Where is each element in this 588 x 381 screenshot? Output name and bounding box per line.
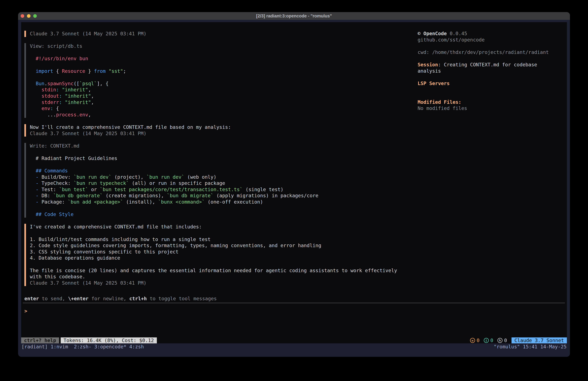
prompt-caret: > bbox=[24, 308, 27, 314]
chat-line bbox=[30, 230, 413, 236]
message-header-block: Claude 3.7 Sonnet (14 May 2025 03:41 PM) bbox=[24, 31, 413, 37]
chat-line bbox=[30, 49, 413, 56]
h-circle-icon: h bbox=[498, 338, 503, 343]
sidebar-line bbox=[418, 93, 570, 99]
diagnostic-i-count: i0 bbox=[484, 337, 493, 343]
chat-line: ## Commands bbox=[30, 168, 413, 174]
assistant-summary-block: I've created a comprehensive CONTEXT.md … bbox=[24, 224, 413, 286]
chat-line: with this codebase. bbox=[30, 274, 413, 280]
chat-line: Claude 3.7 Sonnet (14 May 2025 03:41 PM) bbox=[30, 280, 413, 286]
chat-line: stderr: "inherit", bbox=[30, 99, 413, 106]
terminal-content: Claude 3.7 Sonnet (14 May 2025 03:41 PM)… bbox=[21, 22, 567, 343]
statusbar-spacer bbox=[157, 337, 470, 343]
chat-line: - Build/Dev: `bun run dev` (project), `b… bbox=[30, 174, 413, 180]
sidebar-line: cwd: /home/thdxr/dev/projects/radiant/ra… bbox=[418, 49, 570, 56]
chat-area: Claude 3.7 Sonnet (14 May 2025 03:41 PM)… bbox=[24, 31, 413, 292]
diagnostic-h-count: h0 bbox=[498, 337, 507, 343]
chat-line: 3. CSS styling conventions specific to t… bbox=[30, 249, 413, 255]
chat-line: - Test: `bun test` or `bun test packages… bbox=[30, 186, 413, 193]
write-tool-block: Write: CONTEXT.md # Radiant Project Guid… bbox=[24, 143, 413, 218]
assistant-message-block: Now I'll create a comprehensive CONTEXT.… bbox=[24, 124, 413, 136]
input-divider bbox=[23, 303, 565, 303]
tmux-status-bar: [radiant] 1:nvim 2:zsh- 3:opencode* 4:zs… bbox=[21, 343, 567, 350]
sidebar-line bbox=[418, 43, 570, 49]
chat-line: The file is concise (20 lines) and captu… bbox=[30, 268, 413, 274]
sidebar-line: © OpenCode 0.0.45 bbox=[418, 30, 570, 37]
chat-line: import { Resource } from "sst"; bbox=[30, 68, 413, 74]
sidebar-line bbox=[418, 87, 570, 93]
chat-line bbox=[30, 74, 413, 81]
close-button[interactable] bbox=[21, 14, 24, 18]
status-bar: ctrl+? help Tokens: 16.4K (8%), Cost: $0… bbox=[21, 337, 567, 343]
chat-line: # Radiant Project Guidelines bbox=[30, 155, 413, 162]
model-badge[interactable]: Claude 3.7 Sonnet bbox=[511, 337, 567, 343]
diagnostic-count: 0 bbox=[490, 337, 493, 343]
chat-line: - Package: `bun add <package>` (install)… bbox=[30, 199, 413, 205]
window-title: [2/3] radiant:3:opencode - "romulus" bbox=[18, 14, 570, 19]
tmux-window-list[interactable]: [radiant] 1:nvim 2:zsh- 3:opencode* 4:zs… bbox=[21, 344, 144, 350]
chat-line: - DB: `bun db generate` (create migratio… bbox=[30, 193, 413, 199]
chat-line: Bun.spawnSync([`psql`], { bbox=[30, 81, 413, 87]
chat-line: 1. Build/lint/test commands including ho… bbox=[30, 236, 413, 243]
chat-line bbox=[30, 62, 413, 68]
chat-line: ## Code Style bbox=[30, 211, 413, 218]
chat-line: env: { bbox=[30, 105, 413, 112]
tmux-session-info: "romulus" 15:41 14-May-25 bbox=[494, 344, 567, 350]
chat-line: Claude 3.7 Sonnet (14 May 2025 03:41 PM) bbox=[30, 131, 413, 137]
chat-line bbox=[30, 261, 413, 268]
chat-line: stdout: "inherit", bbox=[30, 93, 413, 99]
chat-line: 4. Database operations guidance bbox=[30, 255, 413, 261]
session-sidebar: © OpenCode 0.0.45github.com/sst/opencode… bbox=[418, 30, 570, 112]
diagnostic-count: 0 bbox=[477, 337, 480, 343]
prompt-input[interactable]: > bbox=[24, 308, 27, 314]
help-line: enter to send, \+enter for newline, ctrl… bbox=[24, 296, 217, 302]
maximize-button[interactable] bbox=[33, 14, 37, 18]
minimize-button[interactable] bbox=[27, 14, 30, 18]
chat-line: - TypeCheck: `bun run typecheck` (all) o… bbox=[30, 180, 413, 186]
chat-line: Claude 3.7 Sonnet (14 May 2025 03:41 PM) bbox=[30, 31, 413, 37]
help-shortcut-badge[interactable]: ctrl+? help bbox=[21, 337, 59, 343]
chat-line: 2. Code style guidelines covering import… bbox=[30, 243, 413, 249]
sidebar-line: No modified files bbox=[418, 105, 570, 112]
diagnostic-w-count: w0 bbox=[470, 337, 480, 343]
traffic-lights bbox=[21, 12, 37, 20]
sidebar-line: Modified Files: bbox=[418, 99, 570, 105]
sidebar-line: github.com/sst/opencode bbox=[418, 37, 570, 43]
i-circle-icon: i bbox=[484, 338, 489, 343]
sidebar-line bbox=[418, 74, 570, 80]
diagnostic-count: 0 bbox=[504, 337, 507, 343]
chat-line: Now I'll create a comprehensive CONTEXT.… bbox=[30, 124, 413, 131]
chat-line: stdin: "inherit", bbox=[30, 87, 413, 93]
sidebar-line: Session: Creating CONTEXT.md for codebas… bbox=[418, 62, 570, 68]
chat-line: #!/usr/bin/env bun bbox=[30, 56, 413, 62]
sidebar-line bbox=[418, 55, 570, 62]
diagnostics-counters: w0i0h0 bbox=[470, 337, 507, 343]
view-tool-block: View: script/db.ts #!/usr/bin/env bun im… bbox=[24, 43, 413, 118]
sidebar-line: LSP Servers bbox=[418, 80, 570, 87]
chat-line bbox=[30, 149, 413, 155]
tokens-cost-badge: Tokens: 16.4K (8%), Cost: $0.12 bbox=[61, 337, 157, 343]
chat-line bbox=[30, 205, 413, 211]
chat-line bbox=[30, 161, 413, 168]
titlebar: [2/3] radiant:3:opencode - "romulus" bbox=[18, 12, 570, 20]
chat-line: Write: CONTEXT.md bbox=[30, 143, 413, 149]
w-circle-icon: w bbox=[470, 338, 475, 343]
chat-line: ...process.env, bbox=[30, 112, 413, 118]
terminal-window: [2/3] radiant:3:opencode - "romulus" Cla… bbox=[18, 12, 570, 357]
chat-line: View: script/db.ts bbox=[30, 43, 413, 49]
chat-line: I've created a comprehensive CONTEXT.md … bbox=[30, 224, 413, 230]
sidebar-line: analysis bbox=[418, 68, 570, 74]
